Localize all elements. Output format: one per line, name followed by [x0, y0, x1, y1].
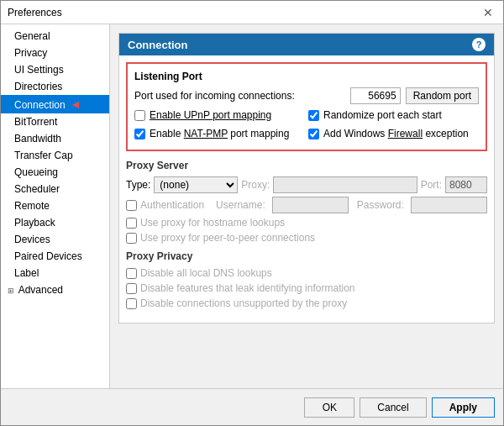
close-button[interactable]: ✕	[480, 6, 496, 19]
hostname-checkbox[interactable]	[126, 218, 137, 229]
username-input	[272, 197, 349, 213]
peer-label: Use proxy for peer-to-peer connections	[140, 232, 315, 244]
randomize-checkbox-row: Randomize port each start	[308, 109, 479, 121]
unsupported-label: Disable connections unsupported by the p…	[140, 297, 347, 309]
upnp-label-text: Enable UPnP port mapping	[150, 109, 271, 121]
sidebar-item-remote[interactable]: Remote	[1, 197, 109, 214]
upnp-label: Enable UPnP port mapping	[150, 109, 271, 121]
firewall-label: Add Windows Firewall exception	[323, 128, 469, 139]
sidebar-item-connection[interactable]: Connection ◄	[1, 95, 109, 113]
unsupported-checkbox[interactable]	[126, 298, 137, 309]
auth-row: Authentication Username: Password:	[126, 197, 487, 213]
random-port-button[interactable]: Random port	[406, 87, 479, 104]
port-row: Port used for incoming connections: Rand…	[134, 87, 479, 104]
nat-checkbox[interactable]	[134, 129, 145, 139]
dns-label: Disable all local DNS lookups	[140, 267, 272, 279]
nat-checkbox-row: Enable NAT-PMP port mapping	[134, 128, 305, 139]
sidebar-item-scheduler[interactable]: Scheduler	[1, 181, 109, 197]
preferences-window: Preferences ✕ General Privacy UI Setting…	[0, 0, 504, 426]
proxy-server-section: Proxy Server Type: (none) Proxy: Port:	[126, 160, 487, 244]
port-input[interactable]	[350, 87, 401, 104]
sidebar-item-devices[interactable]: Devices	[1, 231, 109, 248]
content-panel: Connection ? Listening Port Port used fo…	[118, 33, 495, 323]
proxy-type-row: Type: (none) Proxy: Port:	[126, 176, 487, 193]
sidebar-item-paired-devices[interactable]: Paired Devices	[1, 248, 109, 265]
nat-label: Enable NAT-PMP port mapping	[150, 128, 289, 139]
sidebar-item-queueing[interactable]: Queueing	[1, 164, 109, 181]
sidebar-item-privacy[interactable]: Privacy	[1, 45, 109, 61]
sidebar-item-transfer-cap[interactable]: Transfer Cap	[1, 147, 109, 164]
sidebar-item-ui-settings[interactable]: UI Settings	[1, 61, 109, 78]
sidebar-item-advanced[interactable]: ⊞ Advanced	[1, 281, 109, 298]
port-label-proxy: Port:	[421, 179, 442, 191]
window-body: General Privacy UI Settings Directories …	[1, 24, 503, 388]
unsupported-row: Disable connections unsupported by the p…	[126, 297, 487, 309]
sidebar-item-bittorrent[interactable]: BitTorrent	[1, 113, 109, 130]
username-label: Username:	[216, 199, 265, 211]
upnp-checkbox[interactable]	[134, 110, 145, 121]
sidebar-item-label: Connection	[14, 99, 66, 111]
type-label: Type:	[126, 179, 150, 191]
sidebar-item-label: Advanced	[18, 284, 63, 296]
firewall-checkbox-row: Add Windows Firewall exception	[308, 128, 479, 139]
footer: OK Cancel Apply	[1, 388, 503, 425]
apply-button[interactable]: Apply	[432, 397, 495, 418]
proxy-privacy-section: Proxy Privacy Disable all local DNS look…	[126, 250, 487, 309]
ok-button[interactable]: OK	[304, 397, 354, 418]
upnp-checkbox-row: Enable UPnP port mapping	[134, 109, 305, 121]
help-icon[interactable]: ?	[472, 38, 486, 51]
leak-label: Disable features that leak identifying i…	[140, 282, 354, 294]
title-bar: Preferences ✕	[1, 1, 503, 24]
cancel-button[interactable]: Cancel	[360, 397, 426, 418]
type-select[interactable]: (none)	[154, 176, 238, 193]
listening-port-box: Listening Port Port used for incoming co…	[126, 62, 487, 151]
hostname-label: Use proxy for hostname lookups	[140, 217, 285, 229]
active-arrow-icon: ◄	[70, 97, 81, 111]
section-header: Connection ?	[119, 34, 494, 55]
section-title-text: Connection	[128, 39, 188, 51]
sidebar-item-playback[interactable]: Playback	[1, 214, 109, 231]
checkbox-grid: Enable UPnP port mapping Randomize port …	[134, 109, 479, 143]
listening-port-title: Listening Port	[134, 71, 479, 82]
proxy-port-input	[445, 176, 487, 193]
sidebar-item-label[interactable]: Label	[1, 265, 109, 281]
sidebar-item-general[interactable]: General	[1, 28, 109, 45]
proxy-input	[273, 176, 417, 193]
main-content: Connection ? Listening Port Port used fo…	[110, 24, 503, 388]
port-label: Port used for incoming connections:	[134, 90, 350, 102]
leak-checkbox[interactable]	[126, 283, 137, 294]
sidebar-item-bandwidth[interactable]: Bandwidth	[1, 130, 109, 147]
dns-row: Disable all local DNS lookups	[126, 267, 487, 279]
firewall-checkbox[interactable]	[308, 129, 319, 139]
hostname-row: Use proxy for hostname lookups	[126, 217, 487, 229]
sidebar: General Privacy UI Settings Directories …	[1, 24, 110, 388]
auth-label: Authentication	[140, 199, 204, 211]
password-label: Password:	[357, 199, 404, 211]
password-input	[411, 197, 487, 213]
proxy-server-title: Proxy Server	[126, 160, 487, 171]
peer-row: Use proxy for peer-to-peer connections	[126, 232, 487, 244]
auth-checkbox[interactable]	[126, 200, 137, 211]
randomize-label: Randomize port each start	[323, 109, 442, 121]
sidebar-item-directories[interactable]: Directories	[1, 78, 109, 95]
dns-checkbox[interactable]	[126, 268, 137, 279]
window-title: Preferences	[8, 7, 62, 18]
randomize-checkbox[interactable]	[308, 110, 319, 121]
proxy-privacy-title: Proxy Privacy	[126, 250, 487, 262]
leak-row: Disable features that leak identifying i…	[126, 282, 487, 294]
expand-icon: ⊞	[8, 287, 14, 295]
proxy-label: Proxy:	[241, 179, 270, 191]
peer-checkbox[interactable]	[126, 233, 137, 244]
section-content: Listening Port Port used for incoming co…	[119, 55, 494, 323]
